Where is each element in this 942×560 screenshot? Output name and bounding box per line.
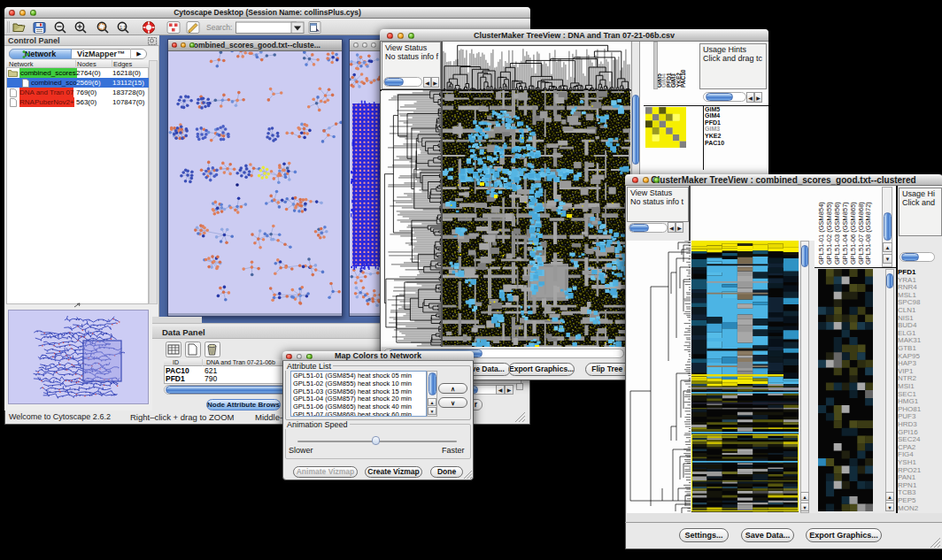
- svg-text:GPL51-06 (GSM865): GPL51-06 (GSM865): [849, 202, 857, 265]
- svg-text:GPL51-02 (GSM855): GPL51-02 (GSM855): [825, 202, 833, 265]
- svg-text:Search:: Search:: [206, 23, 232, 32]
- svg-text:GPL51-03 (GSM856): GPL51-03 (GSM856): [833, 202, 841, 265]
- svg-text:PAC10: PAC10: [680, 69, 686, 88]
- svg-text:1:1: 1:1: [120, 25, 127, 30]
- svg-text:GPL51-07 (GSM868): GPL51-07 (GSM868): [857, 202, 865, 265]
- svg-text:GPL51-08 (GSM872): GPL51-08 (GSM872): [864, 202, 872, 265]
- svg-text:GPL51-01 (GSM854): GPL51-01 (GSM854): [817, 202, 825, 265]
- svg-text:GPL51-04 (GSM857): GPL51-04 (GSM857): [841, 202, 849, 265]
